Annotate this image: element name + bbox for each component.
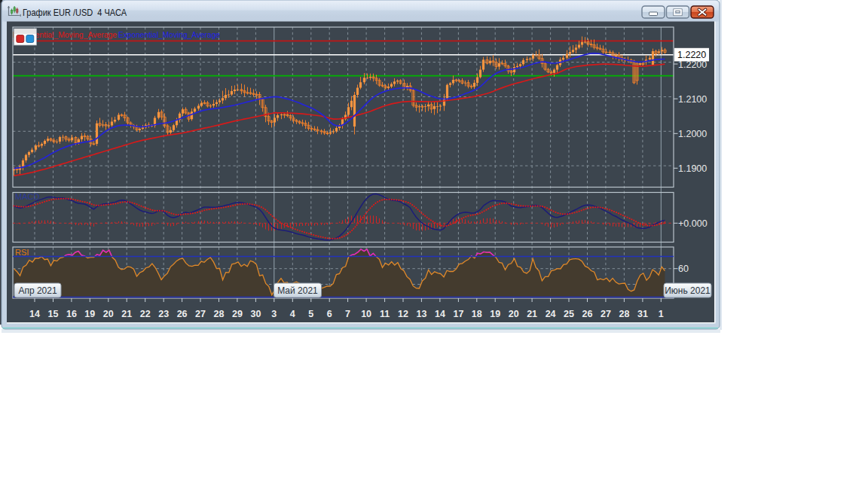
svg-text:10: 10: [361, 309, 371, 319]
svg-text:1.2100: 1.2100: [678, 94, 707, 105]
svg-text:Июнь 2021: Июнь 2021: [665, 285, 711, 296]
svg-text:RSI: RSI: [15, 248, 29, 257]
svg-text:21: 21: [121, 309, 132, 319]
svg-text:25: 25: [564, 309, 574, 319]
svg-text:28: 28: [214, 309, 225, 319]
svg-text:Май 2021: Май 2021: [277, 285, 318, 296]
svg-text:13: 13: [416, 309, 426, 319]
svg-text:7: 7: [345, 309, 350, 319]
svg-text:График EUR /USD 4 ЧАСА: График EUR /USD 4 ЧАСА: [23, 7, 127, 18]
svg-text:24: 24: [546, 309, 556, 319]
svg-text:1: 1: [659, 309, 664, 319]
svg-text:21: 21: [527, 309, 537, 319]
svg-text:12: 12: [398, 309, 408, 319]
svg-text:28: 28: [619, 309, 629, 319]
svg-text:27: 27: [601, 309, 611, 319]
svg-text:27: 27: [195, 309, 206, 319]
svg-text:3: 3: [271, 309, 277, 319]
svg-text:29: 29: [232, 309, 243, 319]
svg-text:30: 30: [250, 309, 261, 319]
svg-text:26: 26: [177, 309, 188, 319]
svg-text:11: 11: [380, 309, 390, 319]
svg-text:14: 14: [29, 309, 40, 319]
svg-text:22: 22: [140, 309, 151, 319]
svg-text:14: 14: [435, 309, 445, 319]
svg-text:MACD: MACD: [15, 192, 39, 201]
svg-text:17: 17: [453, 309, 463, 319]
svg-text:18: 18: [472, 309, 482, 319]
svg-text:19: 19: [490, 309, 500, 319]
svg-text:20: 20: [509, 309, 519, 319]
svg-text:1.1900: 1.1900: [678, 163, 707, 174]
svg-text:+0.000: +0.000: [678, 218, 708, 229]
svg-text:Апр 2021: Апр 2021: [18, 285, 57, 296]
svg-text:6: 6: [327, 309, 332, 319]
svg-text:15: 15: [48, 309, 59, 319]
svg-text:20: 20: [103, 309, 114, 319]
svg-text:Exponential_Moving_Average: Exponential_Moving_Average: [118, 30, 220, 39]
svg-text:4: 4: [290, 309, 295, 319]
svg-text:23: 23: [158, 309, 169, 319]
svg-text:31: 31: [637, 309, 648, 319]
svg-text:26: 26: [582, 309, 593, 319]
svg-text:1.2220: 1.2220: [677, 50, 706, 60]
svg-text:19: 19: [84, 309, 95, 319]
svg-text:5: 5: [308, 309, 313, 319]
svg-text:60: 60: [678, 264, 689, 274]
svg-text:16: 16: [66, 309, 77, 319]
svg-text:1.2000: 1.2000: [678, 129, 707, 139]
